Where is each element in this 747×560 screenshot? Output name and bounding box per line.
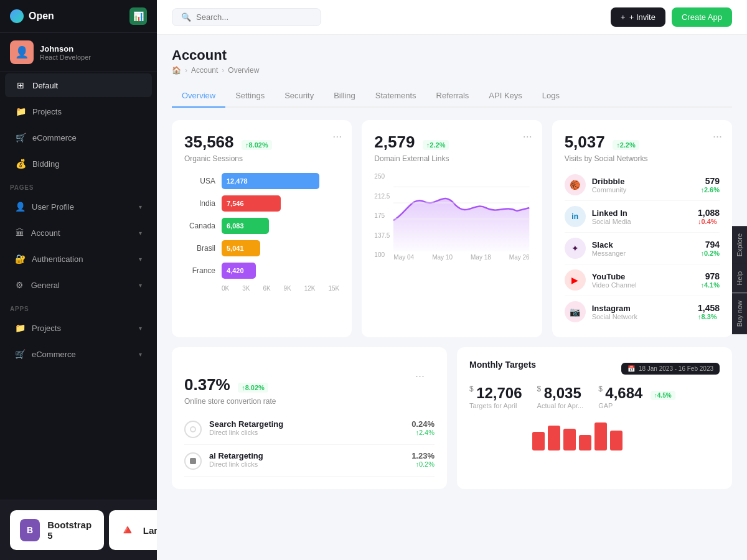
bar-outer-canada: 6,083 <box>222 218 339 234</box>
general-label: General <box>31 281 60 290</box>
stat-more-btn-1[interactable]: ··· <box>332 130 342 143</box>
tab-security[interactable]: Security <box>275 85 324 108</box>
explore-tab[interactable]: Explore <box>732 226 747 264</box>
monthly-val-actual: $ 8,035 Actual for Apr... <box>537 385 584 409</box>
user-profile-expandable: User Profile ▾ <box>32 202 142 212</box>
monthly-chart-svg <box>469 419 720 450</box>
chevron-down-icon-6: ▾ <box>139 351 142 358</box>
chevron-down-icon-3: ▾ <box>139 256 142 263</box>
social-value-slack: 794 ↑0.2% <box>700 240 720 257</box>
social-value-linkedin: 1,088 ↓0.4% <box>698 208 720 225</box>
svg-rect-6 <box>563 429 576 450</box>
social-value-youtube: 978 ↑4.1% <box>700 271 720 289</box>
date-range-badge: 📅 18 Jan 2023 - 16 Feb 2023 <box>621 363 720 375</box>
sidebar-nav-label: eCommerce <box>32 133 77 142</box>
bar-chart-section: USA 12,478 India 7,546 Canada <box>184 173 339 292</box>
slack-icon: ✦ <box>565 238 586 259</box>
topbar: 🔍 + + Invite Create App <box>157 0 747 35</box>
general-icon: ⚙ <box>15 279 25 291</box>
sidebar-item-user-profile[interactable]: 👤 User Profile ▾ <box>5 195 152 218</box>
sidebar-item-general[interactable]: ⚙ General ▾ <box>5 273 152 297</box>
stat-more-btn-2[interactable]: ··· <box>523 130 532 143</box>
svg-rect-5 <box>548 426 560 450</box>
chevron-down-icon-4: ▾ <box>139 282 142 289</box>
conversion-card: ··· 0.37% ↑8.02% Online store convertion… <box>172 347 447 489</box>
sidebar-nav-item-projects[interactable]: 📁 Projects <box>5 100 152 123</box>
search-input[interactable] <box>196 12 312 22</box>
stat-more-btn-3[interactable]: ··· <box>713 130 722 143</box>
x-axis: May 04 May 10 May 18 May 26 <box>393 254 529 261</box>
monthly-header: Monthly Targets 📅 18 Jan 2023 - 16 Feb 2… <box>469 360 720 377</box>
sidebar-item-ecommerce-app[interactable]: 🛒 eCommerce ▾ <box>5 342 152 366</box>
bar-outer-usa: 12,478 <box>222 173 339 189</box>
monthly-val-gap: $ 4,684 ↑4.5% GAP <box>598 385 675 409</box>
sidebar-item-authentication[interactable]: 🔐 Authentication ▾ <box>5 247 152 271</box>
bar-label-france: France <box>184 266 215 275</box>
bar-label-india: India <box>184 199 215 208</box>
sidebar-item-projects-app[interactable]: 📁 Projects ▾ <box>5 316 152 340</box>
line-chart-svg <box>393 170 529 251</box>
svg-rect-8 <box>594 422 607 450</box>
sidebar-chart-icon[interactable]: 📊 <box>129 7 147 25</box>
bar-france: 4,420 <box>222 263 256 279</box>
sidebar-item-account[interactable]: 🏛 Account ▾ <box>5 221 152 245</box>
svg-rect-7 <box>579 435 591 450</box>
line-chart-with-axis: 250 212.5 175 137.5 100 <box>374 170 529 261</box>
stat-value-links: 2,579 ↑2.2% <box>374 133 529 152</box>
home-icon[interactable]: 🏠 <box>172 66 181 75</box>
sidebar-nav-item-default[interactable]: ⊞ Default <box>5 73 152 97</box>
social-row-instagram: 📷 Instagram Social Network 1,458 ↑8.3% <box>565 296 720 327</box>
projects-app-icon: 📁 <box>15 322 26 334</box>
tab-billing[interactable]: Billing <box>324 85 365 108</box>
bar-usa: 12,478 <box>222 173 319 189</box>
social-row-dribbble: 🏀 Dribbble Community 579 ↑2.6% <box>565 169 720 201</box>
tab-statements[interactable]: Statements <box>365 85 426 108</box>
breadcrumb-account[interactable]: Account <box>191 66 218 75</box>
user-info: Johnson React Developer <box>40 44 91 61</box>
laravel-card[interactable]: 🔺 Laravel <box>109 510 157 550</box>
avatar: 👤 <box>10 40 34 64</box>
svg-rect-4 <box>532 432 545 450</box>
help-tab[interactable]: Help <box>732 264 747 293</box>
social-value-instagram: 1,458 ↑8.3% <box>698 303 720 320</box>
tab-overview[interactable]: Overview <box>172 85 225 108</box>
retargeting-values-1: 0.24% ↑2.4% <box>411 419 435 436</box>
bootstrap-card[interactable]: B Bootstrap 5 <box>10 510 104 550</box>
dribbble-icon: 🏀 <box>565 174 586 195</box>
apps-section-label: APPS <box>0 298 157 315</box>
retargeting-row-2: al Retargeting Direct link clicks 1.23% … <box>184 445 435 477</box>
sidebar-nav-item-bidding[interactable]: 💰 Bidding <box>5 152 152 175</box>
search-box[interactable]: 🔍 <box>172 8 321 26</box>
line-chart-fill <box>393 198 529 251</box>
user-card[interactable]: 👤 Johnson React Developer <box>0 33 157 72</box>
search-icon: 🔍 <box>181 12 191 22</box>
social-row-slack: ✦ Slack Messanger 794 ↑0.2% <box>565 233 720 264</box>
linkedin-icon: in <box>565 206 586 227</box>
projects-app-expandable: Projects ▾ <box>32 324 142 333</box>
bottom-row: ··· 0.37% ↑8.02% Online store convertion… <box>172 347 732 489</box>
chevron-down-icon-5: ▾ <box>139 325 142 332</box>
breadcrumb-overview: Overview <box>228 66 259 75</box>
line-chart-svg-container: May 04 May 10 May 18 May 26 <box>393 170 529 261</box>
tab-logs[interactable]: Logs <box>532 85 570 108</box>
stat-more-btn-4[interactable]: ··· <box>174 370 425 383</box>
framework-row: B Bootstrap 5 🔺 Laravel <box>10 510 147 550</box>
buy-now-tab[interactable]: Buy now <box>732 293 747 334</box>
create-app-button[interactable]: Create App <box>672 7 732 27</box>
bar-outer-india: 7,546 <box>222 195 339 212</box>
invite-button[interactable]: + + Invite <box>611 7 665 27</box>
tabs: Overview Settings Security Billing State… <box>172 85 732 108</box>
calendar-icon: 📅 <box>627 365 635 372</box>
bar-label-usa: USA <box>184 177 215 185</box>
tab-api-keys[interactable]: API Keys <box>479 85 532 108</box>
main-content: 🔍 + + Invite Create App Account 🏠 › Acco… <box>157 0 747 560</box>
page-header: Account 🏠 › Account › Overview <box>172 47 732 75</box>
sidebar-nav-item-ecommerce[interactable]: 🛒 eCommerce <box>5 126 152 149</box>
bar-brasil: 5,041 <box>222 240 260 256</box>
account-expandable: Account ▾ <box>31 228 142 238</box>
bar-outer-brasil: 5,041 <box>222 240 339 256</box>
retargeting-info-2: al Retargeting Direct link clicks <box>209 451 404 468</box>
tab-referrals[interactable]: Referrals <box>426 85 479 108</box>
tab-settings[interactable]: Settings <box>225 85 275 108</box>
bar-india: 7,546 <box>222 195 281 212</box>
